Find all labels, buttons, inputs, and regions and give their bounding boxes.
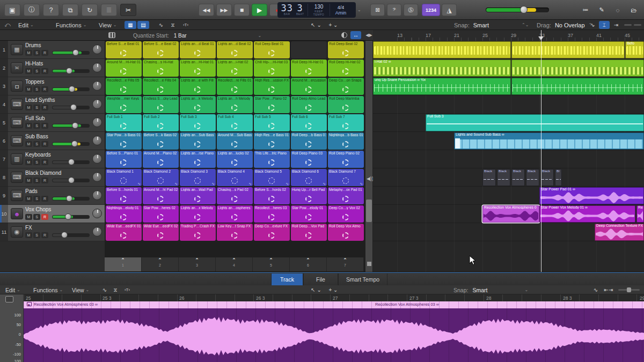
playhead[interactable] [541, 30, 541, 272]
region-i-hat-02-[interactable]: i-Hat 02 ∞ [373, 60, 511, 77]
menu-functions[interactable]: Functions⌄ [56, 21, 86, 29]
scene-trigger-4[interactable]: ⌃4 [216, 257, 253, 271]
pencil-tool-select[interactable]: + ⌄ [326, 21, 340, 29]
volume-knob[interactable] [70, 104, 77, 110]
loop-cell[interactable]: Full Sub 6 [291, 114, 327, 131]
pan-knob[interactable] [92, 99, 102, 109]
empty-cell[interactable] [291, 41, 327, 58]
volume-slider[interactable] [52, 160, 90, 164]
solo-button[interactable]: S [33, 232, 40, 238]
pan-knob[interactable] [92, 63, 102, 72]
solo-button[interactable]: S [33, 123, 40, 129]
devices-button[interactable]: ▣ [4, 4, 20, 16]
media-button[interactable]: ⧉ [62, 4, 78, 16]
pan-knob[interactable] [92, 209, 102, 218]
track-header-drums[interactable]: 1▦DrumsMSR [0, 41, 105, 59]
scene-trigger-6[interactable]: ⌃6 [290, 257, 327, 271]
loop-cell[interactable]: Nightinga…b Bass 01 [328, 132, 364, 150]
loop-cell[interactable]: Lights an…h Melody [217, 96, 253, 113]
lcd-display[interactable]: 33BAR3BEAT130KEEPTEMPO4/4Amin [277, 2, 356, 18]
loop-cell[interactable]: Full Sub 3 [180, 114, 216, 131]
loop-cell[interactable]: Lights an…x Melody [180, 205, 216, 223]
mute-button[interactable]: M [25, 214, 32, 220]
no-input-button[interactable]: ⊠ [370, 4, 385, 16]
scene-trigger-5[interactable]: ⌃5 [253, 257, 290, 271]
grid-cells-icon[interactable] [108, 32, 115, 38]
snap-select[interactable]: Snap:Smart⌃⌄ [454, 21, 529, 29]
region-black[interactable]: Black [482, 169, 496, 186]
volume-slider[interactable] [52, 215, 90, 219]
mute-button[interactable]: M [25, 178, 32, 183]
loop-cell[interactable]: Hung Up…r Bell Pad [291, 187, 327, 204]
apple-loops-button[interactable]: ◌ [611, 4, 625, 16]
stop-button[interactable]: ■ [234, 4, 250, 16]
loop-cell[interactable]: Lights an…i-Hat 02 [217, 60, 253, 77]
volume-knob[interactable] [69, 86, 75, 92]
volume-slider[interactable] [52, 124, 90, 128]
region-lights-and-sound-sub-bass-[interactable]: Lights and Sound Sub Bass ∞ [454, 132, 644, 150]
record-enable-button[interactable]: R [41, 178, 48, 183]
loop-cell[interactable]: High Res…e Bass 01 [254, 132, 290, 150]
tuner-button[interactable]: 𝄢 [387, 4, 401, 16]
lcd-tempo[interactable]: 130KEEPTEMPO [308, 2, 330, 18]
loop-cell[interactable]: Roll Deep Beat 02 [328, 41, 364, 58]
track-header-sub-bass[interactable]: 6⌨Sub BassMSR [0, 132, 105, 150]
loop-cell[interactable]: Endless S…cky Lead [143, 96, 179, 113]
loop-cell[interactable]: Metaphy…ox Pad 01 [328, 187, 364, 204]
loop-cell[interactable]: Roll Deep Piano 03 [291, 151, 327, 168]
region-full-sub-3[interactable]: Full Sub 3 [426, 114, 644, 131]
track-header-toppers[interactable]: 3◘ToppersMSR [0, 77, 105, 95]
loop-cell[interactable]: Recollect…e Fills 05 [106, 78, 142, 95]
loop-cell[interactable]: Recollect…e Fills 04 [143, 78, 179, 95]
track-header-full-sub[interactable]: 5⌨Full SubMSR [0, 114, 105, 132]
volume-slider[interactable] [52, 51, 90, 55]
track-header-lead-synths[interactable]: 4⌨Lead SynthsMSR [0, 95, 105, 114]
editor-hzoom-knob[interactable] [627, 287, 631, 292]
editor-pencil-tool[interactable]: + ⌄ [326, 286, 340, 294]
loop-cell[interactable]: Lights an…d Beat 02 [217, 41, 253, 58]
solo-button[interactable]: S [33, 159, 40, 165]
region-black[interactable]: Black [497, 169, 510, 186]
region-star-power-pad-01-[interactable]: Star Power Pad 01 ∞ [539, 187, 644, 204]
loop-cell[interactable]: Before S…hords 01 [106, 187, 142, 204]
loop-cell[interactable]: Roll Deep Marimba [328, 96, 364, 113]
loop-cell[interactable]: Black Diamond 6∿ [291, 169, 327, 186]
master-volume-knob[interactable] [520, 6, 528, 13]
solo-button[interactable]: S [33, 214, 40, 220]
lcd-key-signature[interactable]: 4/4Amin [330, 2, 352, 18]
record-enable-button[interactable]: R [41, 214, 48, 220]
mute-button[interactable]: M [25, 86, 32, 92]
track-header-vox-chops[interactable]: 10☻Vox ChopsMSR [0, 205, 105, 223]
solo-button[interactable]: S [33, 178, 40, 183]
editor-snap-select[interactable]: Snap:Smart⌄ [453, 286, 528, 294]
mute-button[interactable]: M [25, 196, 32, 202]
volume-slider[interactable] [52, 197, 90, 201]
loop-cell[interactable]: High Res…ussion FX [254, 78, 290, 95]
editor-inspector-icon[interactable] [5, 296, 13, 302]
pan-knob[interactable] [92, 45, 102, 54]
record-enable-button[interactable]: R [41, 232, 48, 238]
loop-cell[interactable]: This Life…tric Piano [254, 151, 290, 168]
tab-track[interactable]: Track [271, 274, 303, 285]
loop-cell[interactable]: Full Sub 7 [328, 114, 364, 131]
solo-button[interactable]: S [33, 50, 40, 56]
loop-cell[interactable]: Lights an…Hi-Hat 01 [180, 60, 216, 77]
loop-cell[interactable]: Around M…ercussion [291, 78, 327, 95]
editor-menu-edit[interactable]: Edit⌄ [5, 286, 20, 294]
pan-knob[interactable] [92, 190, 102, 200]
track-header-hi-hats[interactable]: 2≍Hi-HatsMSR [0, 59, 105, 77]
scene-trigger-3[interactable]: ⌃3 [179, 257, 216, 271]
editor-region-header[interactable]: ▶Recollection Vox Atmospheres 03 ∞Recoll… [24, 301, 644, 308]
flex-icon[interactable]: ⧖ [167, 21, 178, 29]
mute-button[interactable]: M [25, 159, 32, 165]
divider-handle-icon[interactable]: ◀▶ [365, 32, 372, 39]
loop-cell[interactable]: Weightle…mer Keys [106, 96, 142, 113]
record-enable-button[interactable]: R [41, 105, 48, 110]
arrange-ruler[interactable]: 131721252933374145 [373, 30, 644, 41]
loop-cell[interactable]: Black Diamond 4∿ [217, 169, 253, 186]
loop-cell[interactable]: Around M…ht Pad 02 [143, 187, 179, 204]
record-enable-button[interactable]: R [41, 50, 48, 56]
loop-cell[interactable]: Recollect…re Fills 01 [217, 78, 253, 95]
loop-cell[interactable]: Roll Deep…Vox Pad [291, 224, 327, 241]
region-befo[interactable]: Befo [625, 41, 644, 58]
